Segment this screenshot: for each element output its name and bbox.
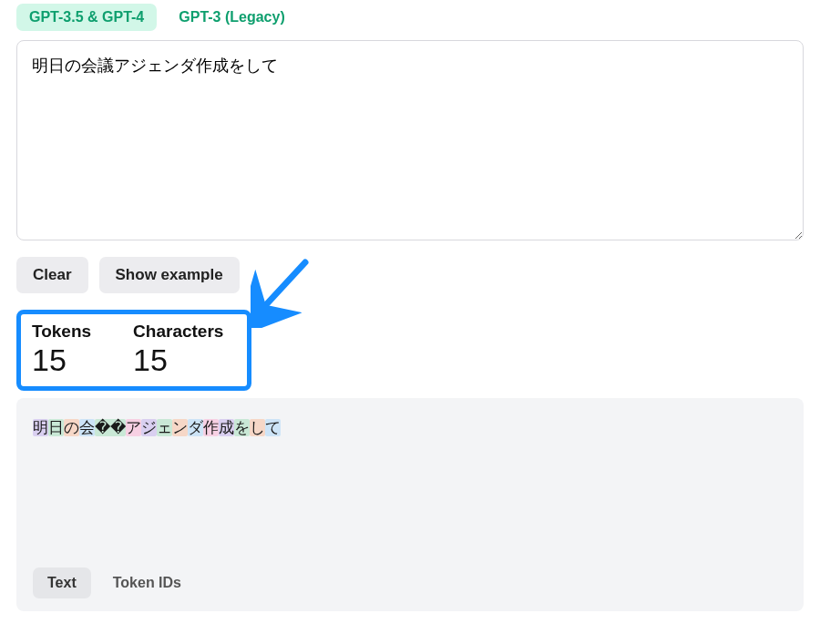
token-segment: ダ — [188, 419, 203, 436]
metrics-highlight-box: Tokens 15 Characters 15 — [16, 310, 251, 391]
characters-label: Characters — [133, 322, 223, 342]
token-segment: 会 — [79, 419, 95, 436]
tokens-metric: Tokens 15 — [32, 322, 91, 377]
characters-value: 15 — [133, 343, 223, 377]
tokenized-text: 明日の会��アジェンダ作成をして — [33, 416, 787, 440]
token-segment: 作 — [203, 419, 219, 436]
characters-metric: Characters 15 — [133, 322, 223, 377]
clear-button[interactable]: Clear — [16, 257, 88, 293]
show-example-button[interactable]: Show example — [99, 257, 240, 293]
tokens-label: Tokens — [32, 322, 91, 342]
tokens-value: 15 — [32, 343, 91, 377]
token-segment: て — [265, 419, 281, 436]
token-segment: ェ — [157, 419, 172, 436]
tab-gpt3-legacy[interactable]: GPT-3 (Legacy) — [166, 4, 297, 31]
token-segment: �� — [95, 419, 126, 436]
token-visualization-panel: 明日の会��アジェンダ作成をして Text Token IDs — [16, 398, 804, 611]
tokenizer-model-tabs: GPT-3.5 & GPT-4 GPT-3 (Legacy) — [16, 0, 804, 40]
token-segment: ジ — [141, 419, 157, 436]
token-segment: ン — [172, 419, 188, 436]
token-segment: ア — [126, 419, 141, 436]
tokenizer-input[interactable] — [16, 40, 804, 240]
button-row: Clear Show example — [16, 257, 804, 293]
token-segment: 成 — [219, 419, 234, 436]
token-segment: 明 — [33, 419, 48, 436]
token-segment: を — [234, 419, 250, 436]
token-segment: 日 — [48, 419, 64, 436]
token-segment: の — [64, 419, 79, 436]
view-tab-token-ids[interactable]: Token IDs — [98, 567, 196, 598]
token-segment: し — [250, 419, 265, 436]
tab-gpt35-gpt4[interactable]: GPT-3.5 & GPT-4 — [16, 4, 157, 31]
token-view-tabs: Text Token IDs — [33, 567, 787, 598]
view-tab-text[interactable]: Text — [33, 567, 91, 598]
